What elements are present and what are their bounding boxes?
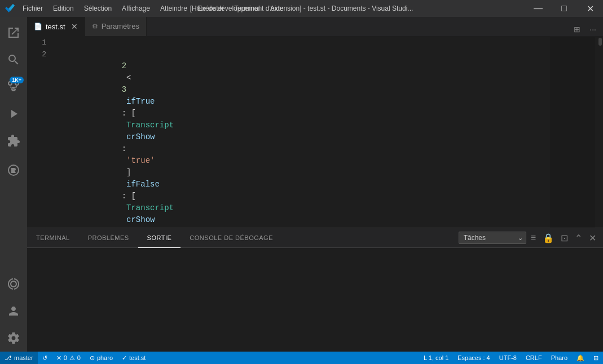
check-icon: ✓: [122, 354, 127, 362]
panel-tab-sortie[interactable]: SORTIE: [138, 228, 181, 248]
git-branch-label: master: [14, 354, 33, 361]
file-label: test.st: [129, 354, 146, 361]
tab-label: test.st: [46, 23, 65, 31]
lock-button[interactable]: 🔒: [540, 230, 556, 246]
warning-count: 0: [77, 354, 81, 361]
close-button[interactable]: ✕: [577, 0, 603, 17]
activity-bar: 1K+: [0, 17, 27, 352]
error-count: 0: [64, 354, 67, 361]
position-label: L 1, col 1: [424, 354, 448, 361]
menu-terminal[interactable]: Terminal: [230, 0, 264, 17]
clear-output-button[interactable]: ≡: [529, 230, 538, 245]
activity-explorer[interactable]: [0, 19, 27, 46]
settings-tab-icon: ⚙: [92, 23, 98, 30]
title-bar-left: Fichier Edition Sélection Affichage Atte…: [0, 0, 288, 17]
menu-aide[interactable]: Aide: [266, 0, 288, 17]
status-line-ending[interactable]: CRLF: [521, 352, 547, 364]
tab-bar: 📄 test.st ✕ ⚙ Paramètres ⊞ ···: [27, 17, 603, 37]
remote-icon: ⊙: [90, 354, 95, 362]
status-position[interactable]: L 1, col 1: [419, 352, 453, 364]
editor-lines: 1 2 2 < 3 ifTrue : [ Transcript crSho: [27, 37, 603, 228]
panel-tabs-right: Tâches Git Extension Host ≡ 🔒 ⊡ ⌃ ✕: [459, 230, 603, 246]
encoding-label: UTF-8: [499, 354, 517, 361]
menu-fichier[interactable]: Fichier: [18, 0, 47, 17]
status-spaces[interactable]: Espaces : 4: [453, 352, 494, 364]
activity-settings[interactable]: [0, 325, 27, 352]
line-content-1: [55, 37, 603, 48]
git-branch[interactable]: ⎇ master: [0, 352, 38, 364]
close-panel-button[interactable]: ✕: [587, 230, 598, 246]
editor-line-2: 2 2 < 3 ifTrue : [ Transcript crShow : '…: [27, 48, 603, 228]
vertical-scrollbar[interactable]: [595, 37, 603, 228]
maximize-button[interactable]: □: [551, 0, 577, 17]
activity-remote-explorer[interactable]: [0, 270, 27, 298]
line-content-2: 2 < 3 ifTrue : [ Transcript crShow : 'tr…: [55, 48, 603, 228]
line-number-2: 2: [27, 48, 55, 228]
activity-pharo[interactable]: [0, 157, 27, 184]
activity-run-debug[interactable]: [0, 100, 27, 127]
source-control-badge: 1K+: [10, 77, 24, 83]
activity-bar-bottom: [0, 270, 27, 352]
menu-bar: Fichier Edition Sélection Affichage Atte…: [18, 0, 288, 17]
editor-line-1: 1: [27, 37, 603, 48]
vscode-icon: [5, 3, 16, 14]
minimap: [550, 37, 595, 228]
title-bar: Fichier Edition Sélection Affichage Atte…: [0, 0, 603, 17]
new-terminal-button[interactable]: ⊡: [558, 230, 570, 246]
line-number-1: 1: [27, 37, 55, 48]
scrollbar-thumb[interactable]: [598, 38, 602, 46]
menu-atteindre[interactable]: Atteindre: [156, 0, 192, 17]
sync-icon: ↺: [42, 354, 47, 362]
activity-accounts[interactable]: [0, 298, 27, 325]
status-language[interactable]: Pharo: [547, 352, 572, 364]
panel-tab-problemes[interactable]: PROBLÈMES: [79, 228, 138, 248]
remote-label: pharo: [97, 354, 113, 361]
code-number: 2: [122, 61, 126, 70]
error-icon: ✕: [56, 354, 61, 362]
panel-area: TERMINAL PROBLÈMES SORTIE CONSOLE DE DÉB…: [27, 228, 603, 352]
editor-content[interactable]: 1 2 2 < 3 ifTrue : [ Transcript crSho: [27, 37, 603, 228]
git-icon: ⎇: [5, 354, 12, 362]
status-sync[interactable]: ↺: [38, 352, 52, 364]
panel-tabs: TERMINAL PROBLÈMES SORTIE CONSOLE DE DÉB…: [27, 228, 603, 248]
panel-tab-terminal[interactable]: TERMINAL: [27, 228, 79, 248]
bell-icon: 🔔: [576, 354, 584, 362]
status-right: L 1, col 1 Espaces : 4 UTF-8 CRLF Pharo …: [419, 352, 603, 364]
maximize-panel-button[interactable]: ⌃: [573, 230, 584, 246]
status-bar: ⎇ master ↺ ✕ 0 ⚠ 0 ⊙ pharo ✓ test.st L 1…: [0, 352, 603, 364]
output-select-wrap: Tâches Git Extension Host: [459, 232, 526, 244]
status-encoding[interactable]: UTF-8: [495, 352, 521, 364]
minimize-button[interactable]: —: [525, 0, 551, 17]
file-icon: 📄: [34, 23, 42, 30]
activity-extensions[interactable]: [0, 127, 27, 154]
spaces-label: Espaces : 4: [457, 354, 490, 361]
app-body: 1K+: [0, 17, 603, 352]
line-ending-label: CRLF: [526, 354, 542, 361]
activity-search[interactable]: [0, 46, 27, 73]
status-notifications[interactable]: 🔔: [572, 352, 589, 364]
more-actions-button[interactable]: ···: [587, 23, 598, 36]
tab-label-parametres: Paramètres: [102, 22, 139, 30]
layout-icon: ⊞: [593, 354, 598, 362]
status-file-check[interactable]: ✓ test.st: [117, 352, 150, 364]
menu-affichage[interactable]: Affichage: [117, 0, 155, 17]
tab-parametres[interactable]: ⚙ Paramètres: [85, 17, 147, 36]
menu-selection[interactable]: Sélection: [80, 0, 116, 17]
output-select[interactable]: Tâches Git Extension Host: [459, 232, 526, 244]
panel-content: [27, 248, 603, 352]
status-left: ⎇ master ↺ ✕ 0 ⚠ 0 ⊙ pharo ✓ test.st: [0, 352, 150, 364]
status-remote[interactable]: ⊙ pharo: [85, 352, 117, 364]
editor-area: 📄 test.st ✕ ⚙ Paramètres ⊞ ··· 1: [27, 17, 603, 352]
panel-tab-console[interactable]: CONSOLE DE DÉBOGAGE: [181, 228, 282, 248]
split-editor-button[interactable]: ⊞: [571, 23, 583, 36]
menu-executer[interactable]: Exécuter: [193, 0, 228, 17]
tab-close-button[interactable]: ✕: [71, 23, 78, 30]
warning-icon: ⚠: [69, 354, 75, 362]
activity-source-control[interactable]: 1K+: [0, 73, 27, 100]
language-label: Pharo: [551, 354, 567, 361]
tab-test-st[interactable]: 📄 test.st ✕: [27, 17, 85, 36]
status-layout[interactable]: ⊞: [589, 352, 603, 364]
tab-bar-actions: ⊞ ···: [571, 23, 603, 36]
menu-edition[interactable]: Edition: [49, 0, 78, 17]
status-errors[interactable]: ✕ 0 ⚠ 0: [52, 352, 85, 364]
